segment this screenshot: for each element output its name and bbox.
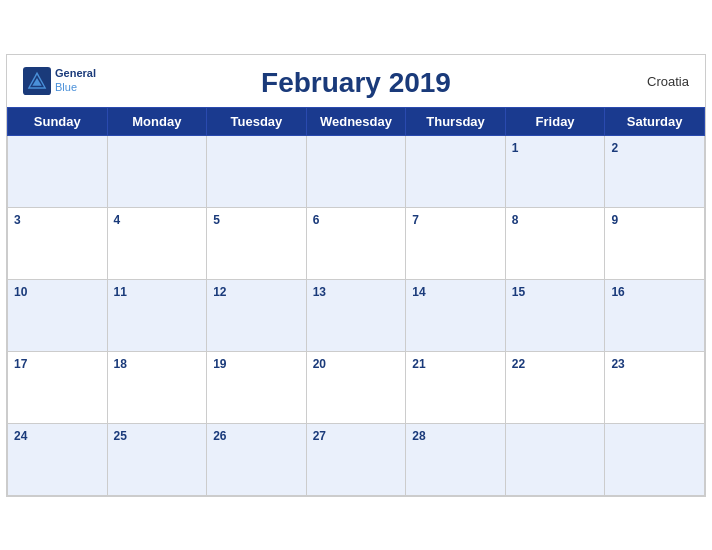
calendar-cell-3-6: 23 bbox=[605, 351, 705, 423]
calendar-cell-3-5: 22 bbox=[505, 351, 605, 423]
day-number: 4 bbox=[114, 213, 121, 227]
calendar-cell-2-4: 14 bbox=[406, 279, 506, 351]
calendar-week-2: 3456789 bbox=[8, 207, 705, 279]
logo-area: General Blue bbox=[23, 67, 96, 95]
calendar-cell-3-3: 20 bbox=[306, 351, 406, 423]
calendar-cell-2-1: 11 bbox=[107, 279, 207, 351]
day-number: 1 bbox=[512, 141, 519, 155]
day-number: 19 bbox=[213, 357, 226, 371]
day-number: 22 bbox=[512, 357, 525, 371]
day-number: 5 bbox=[213, 213, 220, 227]
header-wednesday: Wednesday bbox=[306, 107, 406, 135]
calendar: General Blue February 2019 Croatia Sunda… bbox=[6, 54, 706, 497]
day-number: 24 bbox=[14, 429, 27, 443]
calendar-week-5: 2425262728 bbox=[8, 423, 705, 495]
calendar-cell-0-5: 1 bbox=[505, 135, 605, 207]
header-friday: Friday bbox=[505, 107, 605, 135]
calendar-cell-3-0: 17 bbox=[8, 351, 108, 423]
day-number: 2 bbox=[611, 141, 618, 155]
calendar-cell-3-4: 21 bbox=[406, 351, 506, 423]
day-number: 17 bbox=[14, 357, 27, 371]
weekday-header-row: Sunday Monday Tuesday Wednesday Thursday… bbox=[8, 107, 705, 135]
calendar-cell-0-1 bbox=[107, 135, 207, 207]
header-thursday: Thursday bbox=[406, 107, 506, 135]
country-label: Croatia bbox=[647, 73, 689, 88]
day-number: 14 bbox=[412, 285, 425, 299]
calendar-cell-0-0 bbox=[8, 135, 108, 207]
calendar-cell-1-4: 7 bbox=[406, 207, 506, 279]
day-number: 7 bbox=[412, 213, 419, 227]
calendar-week-4: 17181920212223 bbox=[8, 351, 705, 423]
day-number: 28 bbox=[412, 429, 425, 443]
day-number: 9 bbox=[611, 213, 618, 227]
calendar-cell-0-3 bbox=[306, 135, 406, 207]
calendar-cell-1-5: 8 bbox=[505, 207, 605, 279]
calendar-cell-3-1: 18 bbox=[107, 351, 207, 423]
calendar-cell-4-3: 27 bbox=[306, 423, 406, 495]
calendar-cell-4-1: 25 bbox=[107, 423, 207, 495]
calendar-header: General Blue February 2019 Croatia bbox=[7, 55, 705, 107]
calendar-cell-4-5 bbox=[505, 423, 605, 495]
calendar-week-3: 10111213141516 bbox=[8, 279, 705, 351]
day-number: 11 bbox=[114, 285, 127, 299]
calendar-cell-4-6 bbox=[605, 423, 705, 495]
calendar-cell-2-3: 13 bbox=[306, 279, 406, 351]
day-number: 23 bbox=[611, 357, 624, 371]
calendar-cell-1-3: 6 bbox=[306, 207, 406, 279]
day-number: 26 bbox=[213, 429, 226, 443]
day-number: 20 bbox=[313, 357, 326, 371]
day-number: 10 bbox=[14, 285, 27, 299]
calendar-cell-2-5: 15 bbox=[505, 279, 605, 351]
calendar-cell-0-4 bbox=[406, 135, 506, 207]
day-number: 13 bbox=[313, 285, 326, 299]
calendar-cell-1-6: 9 bbox=[605, 207, 705, 279]
logo-text: General Blue bbox=[55, 67, 96, 93]
generalblue-logo-icon bbox=[23, 67, 51, 95]
calendar-cell-3-2: 19 bbox=[207, 351, 307, 423]
calendar-cell-0-2 bbox=[207, 135, 307, 207]
day-number: 16 bbox=[611, 285, 624, 299]
calendar-week-1: 12 bbox=[8, 135, 705, 207]
calendar-cell-2-0: 10 bbox=[8, 279, 108, 351]
header-tuesday: Tuesday bbox=[207, 107, 307, 135]
day-number: 8 bbox=[512, 213, 519, 227]
day-number: 12 bbox=[213, 285, 226, 299]
day-number: 25 bbox=[114, 429, 127, 443]
day-number: 27 bbox=[313, 429, 326, 443]
day-number: 21 bbox=[412, 357, 425, 371]
calendar-title: February 2019 bbox=[261, 67, 451, 99]
calendar-table: Sunday Monday Tuesday Wednesday Thursday… bbox=[7, 107, 705, 496]
calendar-cell-0-6: 2 bbox=[605, 135, 705, 207]
calendar-cell-1-1: 4 bbox=[107, 207, 207, 279]
calendar-cell-2-2: 12 bbox=[207, 279, 307, 351]
header-monday: Monday bbox=[107, 107, 207, 135]
day-number: 18 bbox=[114, 357, 127, 371]
header-sunday: Sunday bbox=[8, 107, 108, 135]
calendar-cell-4-0: 24 bbox=[8, 423, 108, 495]
calendar-cell-4-2: 26 bbox=[207, 423, 307, 495]
calendar-cell-4-4: 28 bbox=[406, 423, 506, 495]
day-number: 3 bbox=[14, 213, 21, 227]
calendar-body: 1234567891011121314151617181920212223242… bbox=[8, 135, 705, 495]
day-number: 6 bbox=[313, 213, 320, 227]
calendar-cell-2-6: 16 bbox=[605, 279, 705, 351]
calendar-cell-1-2: 5 bbox=[207, 207, 307, 279]
header-saturday: Saturday bbox=[605, 107, 705, 135]
day-number: 15 bbox=[512, 285, 525, 299]
calendar-cell-1-0: 3 bbox=[8, 207, 108, 279]
